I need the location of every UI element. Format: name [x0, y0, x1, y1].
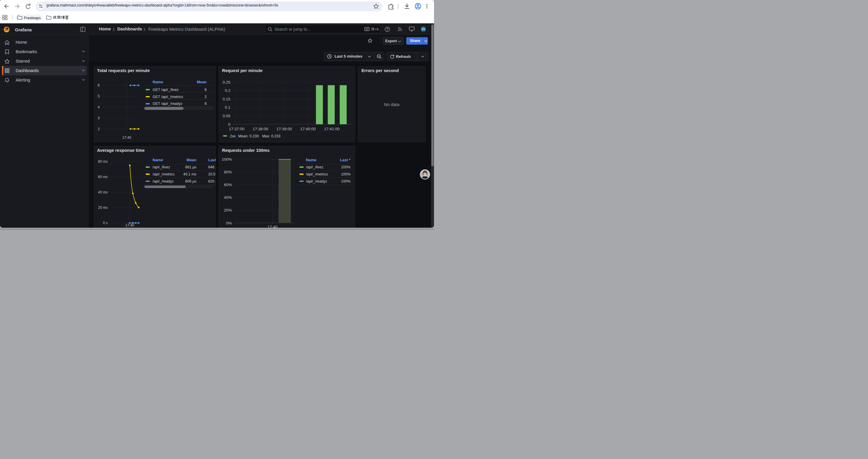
svg-text:17:40: 17:40 [122, 136, 131, 140]
svg-text:4: 4 [97, 105, 99, 109]
svg-text:17:38:00: 17:38:00 [253, 127, 268, 131]
svg-text:GET /api/_/readyz: GET /api/_/readyz [152, 102, 182, 106]
svg-text:/api/_/metrics: /api/_/metrics [306, 172, 328, 176]
svg-text:80 ms: 80 ms [98, 160, 107, 164]
svg-text:80%: 80% [224, 170, 232, 174]
svg-text:60 ms: 60 ms [98, 175, 107, 179]
svg-text:6: 6 [205, 88, 207, 92]
svg-text:6: 6 [97, 83, 99, 88]
svg-text:40%: 40% [224, 195, 232, 200]
svg-text:2: 2 [97, 127, 99, 131]
svg-text:Last *: Last * [208, 158, 215, 162]
svg-text:3: 3 [97, 116, 99, 120]
svg-text:Name: Name [152, 158, 163, 162]
svg-text:17:37:00: 17:37:00 [229, 127, 244, 131]
svg-text:Max: 0.233: Max: 0.233 [262, 134, 280, 138]
svg-text:620 µs: 620 µs [208, 179, 215, 184]
svg-text:0.1: 0.1 [225, 105, 230, 109]
svg-text:5: 5 [97, 94, 99, 98]
svg-text:Last *: Last * [340, 158, 350, 162]
svg-text:605 µs: 605 µs [185, 179, 196, 184]
svg-text:/api/_/readyz: /api/_/readyz [152, 179, 174, 184]
svg-text:0.25: 0.25 [222, 80, 230, 84]
svg-text:/api/_/livez: /api/_/livez [306, 165, 323, 169]
svg-text:40.1 ms: 40.1 ms [183, 172, 196, 176]
svg-text:6: 6 [205, 102, 207, 106]
svg-text:/api/_/readyz: /api/_/readyz [306, 179, 327, 184]
svg-text:100%: 100% [341, 179, 350, 184]
svg-text:17:41:00: 17:41:00 [324, 127, 339, 131]
svg-text:0.2: 0.2 [225, 88, 230, 93]
svg-text:Mean: Mean [186, 158, 196, 162]
svg-text:0%: 0% [226, 221, 232, 225]
svg-text:Mean: 0.233: Mean: 0.233 [238, 134, 259, 138]
svg-text:0 s: 0 s [103, 221, 107, 225]
svg-text:20%: 20% [224, 208, 232, 212]
svg-text:/api/_/metrics: /api/_/metrics [152, 172, 174, 176]
svg-text:17:39:00: 17:39:00 [276, 127, 292, 131]
svg-text:100%: 100% [341, 172, 350, 176]
svg-text:0.05: 0.05 [222, 113, 230, 118]
svg-text:/api/_/livez: /api/_/livez [152, 165, 170, 169]
svg-text:GET /api/_/metrics: GET /api/_/metrics [152, 95, 183, 99]
svg-text:2xx: 2xx [230, 134, 236, 138]
svg-text:100%: 100% [222, 157, 232, 162]
svg-text:20 ms: 20 ms [98, 205, 107, 210]
svg-text:Mean: Mean [197, 79, 207, 84]
svg-text:40 ms: 40 ms [98, 190, 107, 194]
svg-text:20.5 ms: 20.5 ms [208, 172, 215, 176]
svg-text:17:40: 17:40 [267, 225, 277, 228]
svg-text:0: 0 [228, 122, 230, 126]
svg-text:Name: Name [152, 79, 163, 84]
svg-text:0.15: 0.15 [222, 97, 230, 101]
svg-text:Name: Name [306, 158, 316, 162]
svg-text:17:40: 17:40 [125, 223, 134, 227]
svg-text:100%: 100% [341, 165, 350, 169]
svg-text:GET /api/_/livez: GET /api/_/livez [152, 88, 179, 92]
svg-text:661 µs: 661 µs [185, 165, 196, 169]
svg-text:2: 2 [205, 95, 207, 99]
svg-text:646 µs: 646 µs [208, 165, 215, 169]
svg-text:60%: 60% [224, 183, 232, 187]
svg-text:17:40:00: 17:40:00 [300, 127, 316, 131]
